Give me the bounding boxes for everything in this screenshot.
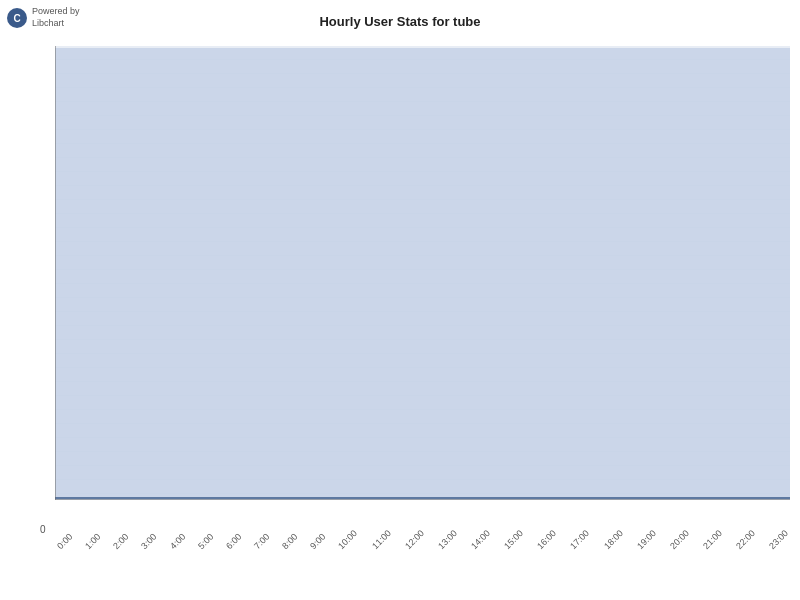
chart-area xyxy=(55,46,790,540)
x-axis: 0:001:002:003:004:005:006:007:008:009:00… xyxy=(55,540,790,590)
chart-svg xyxy=(55,46,790,500)
y-axis-zero-label: 0 xyxy=(40,524,46,535)
chart-container xyxy=(55,46,790,540)
chart-title: Hourly User Stats for tube xyxy=(0,0,800,29)
svg-marker-5 xyxy=(55,48,790,500)
